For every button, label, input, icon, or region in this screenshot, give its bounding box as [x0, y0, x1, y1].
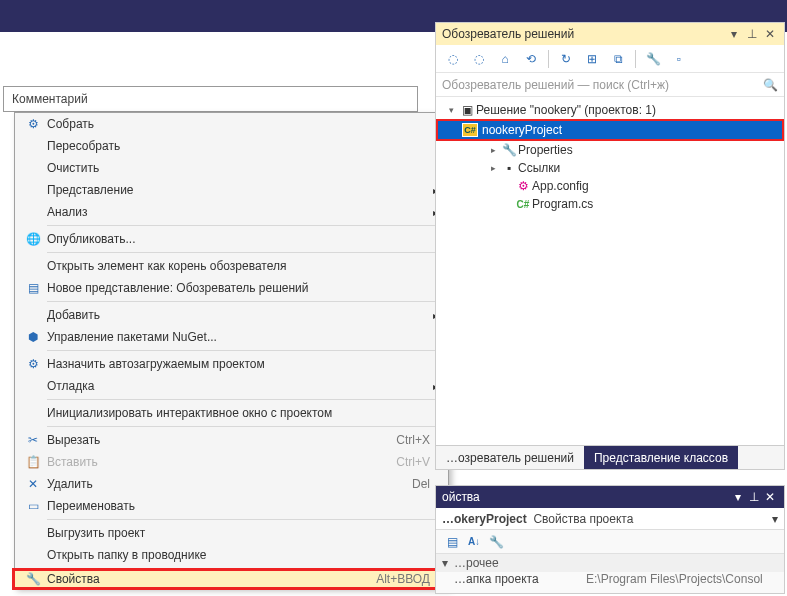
tab-solution-explorer[interactable]: …озреватель решений	[436, 446, 584, 469]
menu-item[interactable]: ▭Переименовать	[15, 495, 448, 517]
solution-explorer-titlebar[interactable]: Обозреватель решений ▾ ⊥ ✕	[436, 23, 784, 45]
menu-item[interactable]: ✂ВырезатьCtrl+X	[15, 429, 448, 451]
solution-node[interactable]: ▾ ▣ Решение "nookery" (проектов: 1)	[436, 101, 784, 119]
refs-icon: ▪	[500, 161, 518, 175]
dropdown-icon[interactable]: ▾	[726, 26, 742, 42]
menu-item[interactable]: 🔧СвойстваAlt+ВВОД	[12, 568, 451, 590]
search-icon: 🔍	[763, 78, 778, 92]
menu-item-label: Анализ	[47, 205, 430, 219]
tree-node-label: Properties	[518, 143, 573, 157]
dropdown-icon[interactable]: ▾	[772, 512, 778, 526]
solution-icon: ▣	[458, 103, 476, 117]
blank-icon	[19, 375, 47, 397]
menu-item-label: Опубликовать...	[47, 232, 430, 246]
menu-item[interactable]: ⬢Управление пакетами NuGet...	[15, 326, 448, 348]
menu-item[interactable]: ▤Новое представление: Обозреватель решен…	[15, 277, 448, 299]
properties-selector[interactable]: …okeryProject Свойства проекта ▾	[436, 508, 784, 530]
show-all-icon[interactable]: ⧉	[607, 48, 629, 70]
menu-item[interactable]: ✕УдалитьDel	[15, 473, 448, 495]
blank-icon	[19, 255, 47, 277]
properties-icon[interactable]: 🔧	[642, 48, 664, 70]
cs-icon: C#	[514, 197, 532, 211]
build-icon: ⚙	[19, 113, 47, 135]
tree-node[interactable]: ▸▪Ссылки	[436, 159, 784, 177]
dropdown-icon[interactable]: ▾	[730, 490, 746, 504]
tree-node[interactable]: ⚙App.config	[436, 177, 784, 195]
menu-item[interactable]: Открыть папку в проводнике	[15, 544, 448, 566]
nuget-icon: ⬢	[19, 326, 47, 348]
blank-icon	[19, 402, 47, 424]
forward-icon[interactable]: ◌	[468, 48, 490, 70]
tree-node[interactable]: C#Program.cs	[436, 195, 784, 213]
property-value: E:\Program Files\Projects\Consol	[586, 572, 784, 590]
wrench-icon[interactable]: 🔧	[486, 532, 506, 552]
property-category[interactable]: ▾ …рочее	[436, 554, 784, 572]
properties-object-type: Свойства проекта	[533, 512, 633, 526]
back-icon[interactable]: ◌	[442, 48, 464, 70]
menu-item[interactable]: Представление	[15, 179, 448, 201]
close-icon[interactable]: ✕	[762, 26, 778, 42]
pin-icon[interactable]: ⊥	[746, 490, 762, 504]
properties-titlebar[interactable]: ойства ▾ ⊥ ✕	[436, 486, 784, 508]
menu-item-label: Новое представление: Обозреватель решени…	[47, 281, 430, 295]
tree-node[interactable]: ▸🔧Properties	[436, 141, 784, 159]
sync-icon[interactable]: ⟲	[520, 48, 542, 70]
properties-object: …okeryProject	[442, 512, 527, 526]
expander-icon[interactable]: ▸	[486, 163, 500, 173]
blank-icon	[19, 201, 47, 223]
panel-tabs: …озреватель решений Представление классо…	[436, 445, 784, 469]
comment-dropdown[interactable]: Комментарий	[3, 86, 418, 112]
menu-item[interactable]: 🌐Опубликовать...	[15, 228, 448, 250]
menu-item-shortcut: Ctrl+V	[360, 455, 430, 469]
tab-class-view[interactable]: Представление классов	[584, 446, 738, 469]
menu-item[interactable]: Очистить	[15, 157, 448, 179]
menu-separator	[47, 399, 448, 400]
menu-item-label: Представление	[47, 183, 430, 197]
menu-item[interactable]: Отладка	[15, 375, 448, 397]
close-icon[interactable]: ✕	[762, 490, 778, 504]
menu-item-label: Выгрузить проект	[47, 526, 430, 540]
expander-icon[interactable]: ▸	[486, 145, 500, 155]
home-icon[interactable]: ⌂	[494, 48, 516, 70]
menu-item[interactable]: Выгрузить проект	[15, 522, 448, 544]
menu-item[interactable]: Открыть элемент как корень обозревателя	[15, 255, 448, 277]
solution-explorer-panel: Обозреватель решений ▾ ⊥ ✕ ◌ ◌ ⌂ ⟲ ↻ ⊞ ⧉…	[435, 22, 785, 470]
pin-icon[interactable]: ⊥	[744, 26, 760, 42]
collapse-icon[interactable]: ⊞	[581, 48, 603, 70]
blank-icon	[19, 544, 47, 566]
project-label: nookeryProject	[482, 123, 562, 137]
sort-az-icon[interactable]: A↓	[464, 532, 484, 552]
menu-item[interactable]: Добавить	[15, 304, 448, 326]
menu-item[interactable]: Анализ	[15, 201, 448, 223]
project-node-highlight: C# nookeryProject	[436, 119, 784, 141]
property-row[interactable]: …апка проекта E:\Program Files\Projects\…	[436, 572, 784, 590]
property-name: …апка проекта	[436, 572, 586, 590]
menu-item-label: Вырезать	[47, 433, 360, 447]
project-node[interactable]: C# nookeryProject	[438, 121, 782, 139]
solution-explorer-toolbar: ◌ ◌ ⌂ ⟲ ↻ ⊞ ⧉ 🔧 ▫	[436, 45, 784, 73]
tree-node-label: Program.cs	[532, 197, 593, 211]
refresh-icon[interactable]: ↻	[555, 48, 577, 70]
menu-item[interactable]: Инициализировать интерактивное окно с пр…	[15, 402, 448, 424]
wrench-icon: 🔧	[500, 143, 518, 157]
preview-icon[interactable]: ▫	[668, 48, 690, 70]
solution-explorer-search[interactable]: Обозреватель решений — поиск (Ctrl+ж) 🔍	[436, 73, 784, 97]
blank-icon	[19, 135, 47, 157]
categorize-icon[interactable]: ▤	[442, 532, 462, 552]
newview-icon: ▤	[19, 277, 47, 299]
menu-item[interactable]: ⚙Собрать	[15, 113, 448, 135]
menu-item-label: Открыть папку в проводнике	[47, 548, 430, 562]
expander-icon[interactable]: ▾	[442, 556, 454, 570]
menu-item[interactable]: Пересобрать	[15, 135, 448, 157]
globe-icon: 🌐	[19, 228, 47, 250]
properties-toolbar: ▤ A↓ 🔧	[436, 530, 784, 554]
context-menu: ⚙СобратьПересобратьОчиститьПредставление…	[14, 112, 449, 588]
blank-icon	[19, 304, 47, 326]
wrench-icon: 🔧	[19, 568, 47, 590]
menu-item-label: Очистить	[47, 161, 430, 175]
menu-item-label: Открыть элемент как корень обозревателя	[47, 259, 430, 273]
expander-icon[interactable]: ▾	[444, 105, 458, 115]
delete-icon: ✕	[19, 473, 47, 495]
menu-item[interactable]: ⚙Назначить автозагружаемым проектом	[15, 353, 448, 375]
menu-item-shortcut: Del	[360, 477, 430, 491]
